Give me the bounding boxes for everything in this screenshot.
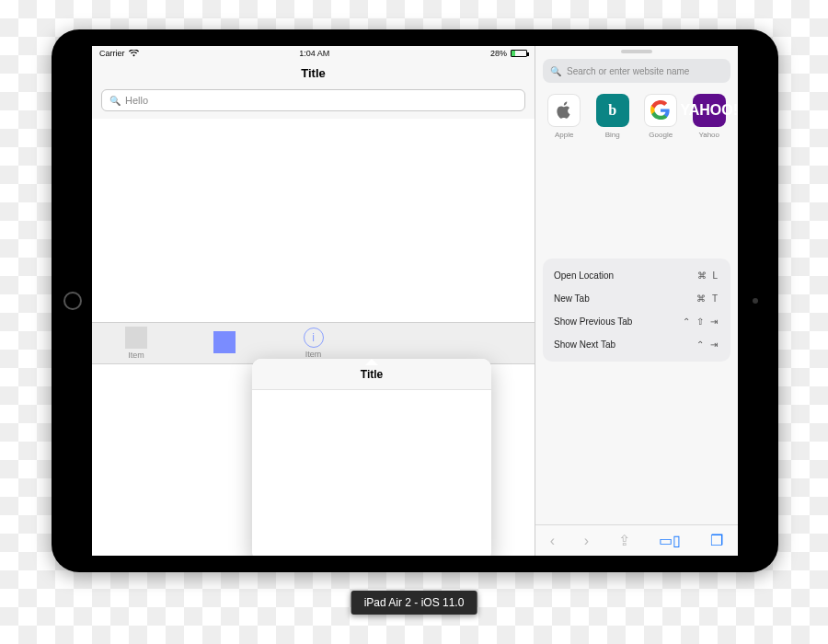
safari-slideover: 🔍 Search or enter website name Apple b B…	[535, 46, 738, 556]
shortcut-label: Show Next Tab	[554, 339, 615, 350]
favorite-label: Bing	[605, 131, 620, 139]
shortcut-keys: ⌃ ⇧ ⇥	[683, 316, 719, 327]
search-placeholder: Hello	[125, 95, 148, 106]
back-icon[interactable]: ‹	[550, 533, 555, 549]
shortcut-prev-tab[interactable]: Show Previous Tab ⌃ ⇧ ⇥	[543, 310, 730, 333]
yahoo-icon: YAHOO!	[693, 94, 726, 127]
shortcut-new-tab[interactable]: New Tab ⌘ T	[543, 287, 730, 310]
popover-title: Title	[252, 359, 491, 390]
bookmarks-icon[interactable]: ▭▯	[659, 532, 681, 549]
slideover-grabber[interactable]	[621, 50, 652, 53]
home-button[interactable]	[63, 292, 82, 310]
shortcut-label: New Tab	[554, 293, 590, 304]
simulator-device-label: iPad Air 2 - iOS 11.0	[351, 591, 477, 615]
status-bar: Carrier 1:04 AM 28%	[92, 46, 535, 61]
shortcut-label: Show Previous Tab	[554, 316, 632, 327]
tabs-icon[interactable]: ❐	[710, 532, 723, 549]
tab-item-1[interactable]	[180, 331, 269, 355]
google-icon	[644, 94, 677, 127]
ipad-bezel: Carrier 1:04 AM 28% Title 🔍 Hello	[52, 29, 778, 572]
address-bar[interactable]: 🔍 Search or enter website name	[543, 59, 730, 83]
safari-toolbar: ‹ › ⇪ ▭▯ ❐	[535, 524, 738, 556]
share-icon[interactable]: ⇪	[618, 532, 630, 549]
tab-label: Item	[305, 350, 322, 359]
search-input[interactable]: 🔍 Hello	[101, 89, 525, 111]
search-icon: 🔍	[550, 66, 561, 76]
favorite-label: Google	[649, 131, 673, 139]
front-camera	[753, 298, 758, 304]
tab-item-0[interactable]: Item	[92, 327, 180, 360]
info-icon: i	[304, 328, 324, 348]
shortcut-keys: ⌘ L	[697, 270, 719, 281]
favorite-apple[interactable]: Apple	[545, 94, 584, 139]
favorite-yahoo[interactable]: YAHOO! Yahoo	[690, 94, 730, 139]
favorite-label: Apple	[555, 131, 573, 139]
wifi-icon	[129, 50, 139, 57]
placeholder-icon	[125, 327, 147, 349]
tab-item-2[interactable]: i Item	[269, 328, 357, 359]
shortcut-open-location[interactable]: Open Location ⌘ L	[543, 264, 730, 287]
search-icon: 🔍	[109, 96, 121, 106]
favorite-bing[interactable]: b Bing	[593, 94, 633, 139]
shortcut-keys: ⌘ T	[696, 293, 719, 304]
search-bar-container: 🔍 Hello	[92, 89, 535, 119]
keyboard-shortcuts-panel: Open Location ⌘ L New Tab ⌘ T Show Previ…	[543, 259, 730, 362]
battery-icon	[511, 50, 527, 57]
tab-label: Item	[128, 351, 144, 360]
forward-icon[interactable]: ›	[584, 533, 589, 549]
favorite-label: Yahoo	[698, 131, 719, 139]
clock-label: 1:04 AM	[299, 49, 329, 58]
shortcut-keys: ⌃ ⇥	[696, 339, 719, 350]
popover: Title	[252, 359, 491, 556]
nav-bar-title: Title	[92, 61, 535, 89]
battery-pct-label: 28%	[490, 49, 507, 58]
shortcut-label: Open Location	[554, 270, 614, 281]
primary-app: Carrier 1:04 AM 28% Title 🔍 Hello	[92, 46, 535, 556]
shortcut-next-tab[interactable]: Show Next Tab ⌃ ⇥	[543, 333, 730, 356]
placeholder-icon	[213, 331, 236, 353]
bing-icon: b	[596, 94, 629, 127]
favorite-google[interactable]: Google	[641, 94, 681, 139]
ipad-screen: Carrier 1:04 AM 28% Title 🔍 Hello	[92, 46, 738, 556]
address-placeholder: Search or enter website name	[567, 66, 689, 76]
favorites-row: Apple b Bing Google YAHOO! Yahoo	[535, 90, 738, 148]
apple-icon	[547, 94, 581, 127]
carrier-label: Carrier	[99, 49, 125, 58]
